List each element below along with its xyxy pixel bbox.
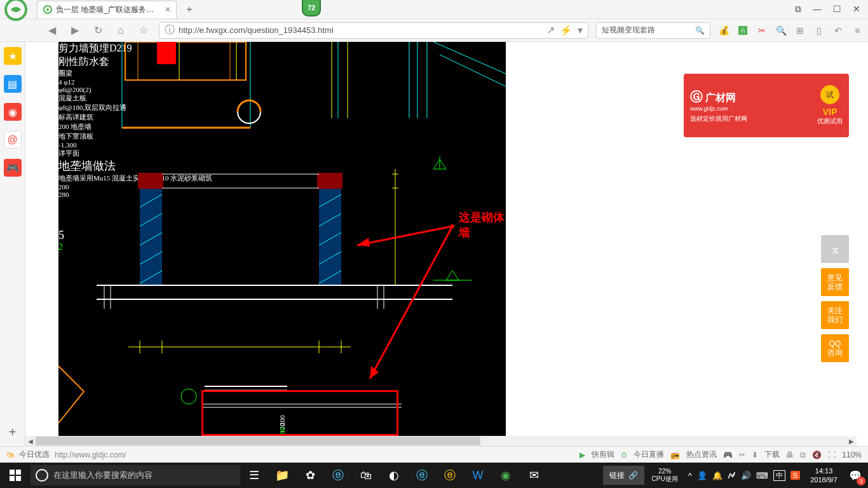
browser-tab[interactable]: 负一层 地垄墙_广联达服务新干线 ✕ <box>37 1 177 18</box>
speed-icon[interactable]: ⚡ <box>560 24 573 36</box>
scroll-top-button[interactable]: ⌅ <box>821 235 849 263</box>
favorite-button[interactable]: ☆ <box>136 23 151 38</box>
dropdown-icon[interactable]: ▾ <box>578 24 583 36</box>
scissors-icon[interactable]: ✂ <box>756 25 768 36</box>
ime-lang[interactable]: 中 <box>773 470 785 481</box>
news-label[interactable]: 热点资讯 <box>686 449 717 460</box>
store-icon[interactable]: 🛍 <box>352 463 380 488</box>
url-input[interactable] <box>179 25 546 35</box>
home-button[interactable]: ⌂ <box>113 23 128 38</box>
svg-rect-36 <box>317 173 342 189</box>
download-icon[interactable]: ⬇ <box>752 451 758 459</box>
left-sidebar: ★ ▤ ◉ @ 🎮 + <box>0 42 25 446</box>
translate-icon[interactable]: 🅰 <box>737 25 749 36</box>
today-label[interactable]: 今日优选 <box>19 449 50 460</box>
address-bar[interactable]: ⓘ ↗ ⚡ ▾ <box>159 22 588 39</box>
notif-count: 3 <box>857 477 865 485</box>
add-sidebar-icon[interactable]: + <box>9 425 17 440</box>
search-icon[interactable]: 🔍 <box>695 26 705 35</box>
feedback-button[interactable]: 意见 反馈 <box>821 268 849 296</box>
zoom-level[interactable]: 110% <box>842 451 862 459</box>
svg-rect-6 <box>157 42 176 64</box>
horizontal-scrollbar[interactable]: ◀ ▶ <box>25 436 857 446</box>
magnifier-icon[interactable]: 🔍 <box>775 25 787 36</box>
follow-button[interactable]: 关注 我们 <box>821 301 849 329</box>
app-icon[interactable]: ✿ <box>296 463 324 488</box>
share-icon[interactable]: ↗ <box>546 24 555 36</box>
close-window-icon[interactable]: ✕ <box>853 4 860 15</box>
browser360-icon[interactable]: ◉ <box>492 463 520 488</box>
cortana-icon <box>36 469 48 482</box>
print-icon[interactable]: 🖶 <box>786 451 794 459</box>
weibo-icon[interactable]: ◉ <box>4 103 22 121</box>
scroll-right-icon[interactable]: ▶ <box>846 436 857 446</box>
apps-icon[interactable]: ⊞ <box>794 25 806 36</box>
edge-icon[interactable]: ⓔ <box>408 463 436 488</box>
search-box[interactable]: 短视频变现套路 🔍 <box>596 22 710 39</box>
play-icon[interactable]: ▶ <box>580 451 585 459</box>
mail-icon[interactable]: @ <box>4 131 22 149</box>
explorer-icon[interactable]: 📁 <box>268 463 296 488</box>
ie2-icon[interactable]: ⓔ <box>436 463 464 488</box>
minimize-icon[interactable]: — <box>813 4 822 15</box>
start-button[interactable] <box>0 463 31 488</box>
clock-time: 14:13 <box>815 466 833 475</box>
download-label[interactable]: 下载 <box>764 449 780 460</box>
favorites-icon[interactable]: ★ <box>4 47 22 65</box>
svg-rect-70 <box>16 476 21 481</box>
tray-people-icon[interactable]: 👤 <box>697 471 707 480</box>
ad-logo: 广材网 <box>705 92 736 103</box>
reload-button[interactable]: ↻ <box>90 23 105 38</box>
mute-icon[interactable]: 🔇 <box>812 451 822 459</box>
cad-dim: 1300 <box>278 42 286 442</box>
mail-taskbar-icon[interactable]: ✉ <box>520 463 548 488</box>
radio-icon[interactable]: 📻 <box>670 451 680 459</box>
quickedit-label[interactable]: 快剪辑 <box>592 449 614 460</box>
tab-close-icon[interactable]: ✕ <box>165 5 171 14</box>
reader-icon[interactable]: ▯ <box>813 25 825 36</box>
scroll-thumb[interactable] <box>36 437 480 445</box>
live-icon[interactable]: ⊙ <box>621 451 627 459</box>
cpu-meter[interactable]: 22% CPU使用 <box>647 468 683 483</box>
popup-icon[interactable]: ⧉ <box>795 4 801 15</box>
svg-rect-68 <box>16 470 21 475</box>
back-button[interactable]: ◀ <box>44 23 60 38</box>
gamepad-icon[interactable]: 🎮 <box>723 451 733 459</box>
notification-icon[interactable]: 💬3 <box>843 463 868 488</box>
shop-icon[interactable]: 🛍 <box>6 451 14 459</box>
word-icon[interactable]: W <box>464 463 492 488</box>
tray-up-icon[interactable]: ^ <box>688 471 692 480</box>
ie-icon[interactable]: ⓔ <box>324 463 352 488</box>
taskview-icon[interactable]: ☰ <box>240 463 268 488</box>
forward-button[interactable]: ▶ <box>67 23 83 38</box>
game-icon[interactable]: 🎮 <box>4 159 22 177</box>
undo-icon[interactable]: ↶ <box>832 25 844 36</box>
news-icon[interactable]: ▤ <box>4 75 22 93</box>
pip-icon[interactable]: ⧉ <box>800 451 806 459</box>
expand-icon[interactable]: ⛶ <box>828 451 836 459</box>
svg-marker-48 <box>446 271 459 280</box>
taskbar-clock[interactable]: 14:13 2018/9/7 <box>805 466 843 485</box>
accelerator-badge[interactable]: 72 <box>302 0 321 17</box>
menu-icon[interactable]: ≡ <box>851 25 863 36</box>
browser-logo[interactable] <box>0 0 32 19</box>
live-label[interactable]: 今日直播 <box>634 449 664 460</box>
scroll-left-icon[interactable]: ◀ <box>25 436 36 446</box>
ad-slogan: 选材定价就用广材网 <box>690 114 747 123</box>
cut-icon[interactable]: ✂ <box>739 451 745 459</box>
tray-keyboard-icon[interactable]: ⌨ <box>756 471 768 480</box>
sogou-icon[interactable]: S <box>790 471 800 480</box>
app2-icon[interactable]: ◐ <box>380 463 408 488</box>
tray-power-icon[interactable]: 🗲 <box>728 471 736 480</box>
new-tab-button[interactable]: + <box>182 2 197 17</box>
tray-vol-icon[interactable]: 🔊 <box>741 471 751 480</box>
advertisement[interactable]: Ⓖ 广材网 www.gldjc.com 选材定价就用广材网 试 VIP 优惠试用 <box>684 74 849 137</box>
qq-button[interactable]: QQ 咨询 <box>821 334 849 362</box>
site-info-icon[interactable]: ⓘ <box>165 24 175 37</box>
cad-drawing: 剪力墙预埋D219 刚性防水套 圈梁 4 φ12 φ6@200(2) 混凝土板 … <box>58 42 506 442</box>
maximize-icon[interactable]: ☐ <box>833 4 841 15</box>
taskbar-search[interactable]: 在这里输入你要搜索的内容 <box>31 465 240 485</box>
wallet-icon[interactable]: 💰 <box>718 25 729 36</box>
taskbar-link[interactable]: 链接 🔗 <box>603 466 644 485</box>
tray-bell-icon[interactable]: 🔔 <box>712 471 722 480</box>
